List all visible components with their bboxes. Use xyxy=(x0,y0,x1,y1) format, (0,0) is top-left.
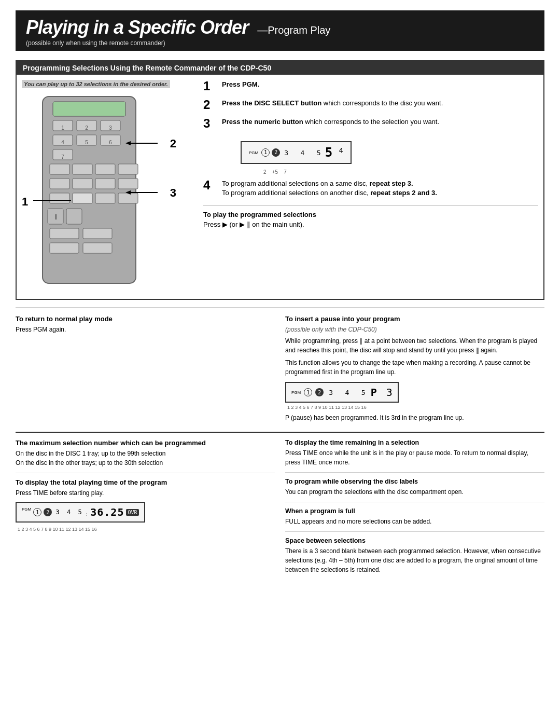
bottom-left: To return to normal play mode Press PGM … xyxy=(16,315,275,422)
time-pgm: PGM xyxy=(22,507,31,512)
footer-block-3-title: Space between selections xyxy=(285,537,544,544)
step-1: 1 Press PGM. xyxy=(203,80,538,92)
time-circle-2: 2 xyxy=(44,508,52,516)
footer-block-0-body: Press TIME once while the unit is in the… xyxy=(285,448,544,467)
pause-body1: While programming, press ‖ at a point be… xyxy=(285,336,544,355)
time-value: 36.25 xyxy=(90,506,124,518)
step-4-num: 4 xyxy=(203,179,218,191)
return-title: To return to normal play mode xyxy=(16,315,275,323)
play-section-body: Press ▶ (or ▶ ‖ on the main unit). xyxy=(203,221,538,228)
pause-circle-2: 2 xyxy=(315,388,324,396)
bottom-section: To return to normal play mode Press PGM … xyxy=(16,307,544,422)
footer-block-0-title: To display the time remaining in a selec… xyxy=(285,439,544,446)
pause-display-box: PGM 1 2 3 4 5 P 3 xyxy=(285,382,399,403)
footer-block-1-body: You can program the selections with the … xyxy=(285,487,544,497)
step-3-text: Press the numeric button which correspon… xyxy=(222,117,439,127)
pause-note: (possible only with the CDP-C50) xyxy=(285,325,544,334)
footer-block-2: When a program is full FULL appears and … xyxy=(285,507,544,526)
step-4: 4 To program additional selections on a … xyxy=(203,179,538,198)
pause-body2: This function allows you to change the t… xyxy=(285,358,544,377)
subtitle-prog: —Program Play xyxy=(257,24,330,36)
step-4-text: To program additional selections on a sa… xyxy=(222,179,437,198)
footer-right: To display the time remaining in a selec… xyxy=(285,439,544,580)
section-box-title: Programming Selections Using the Remote … xyxy=(17,61,543,75)
play-section: To play the programmed selections Press … xyxy=(203,205,538,228)
time-sub-numbers: 1 2 3 4 5 6 7 8 9 10 11 12 13 14 15 16 xyxy=(18,527,275,532)
page-title: Playing in a Specific Order xyxy=(26,17,253,38)
time-nums: 3 4 5 xyxy=(55,509,82,516)
total-body: Press TIME before starting play. xyxy=(16,488,275,498)
divider-1 xyxy=(16,473,275,473)
remote-schematic-area: ‖ 1 2 3 4 5 6 7 xyxy=(22,91,177,294)
divider-3 xyxy=(285,502,544,502)
time-circle-1: 1 xyxy=(33,508,41,516)
display-big-5: 5 xyxy=(325,145,332,160)
display-box-1: PGM 1 2 3 4 5 5 4 xyxy=(241,141,352,164)
footer-block-2-title: When a program is full xyxy=(285,507,544,515)
step-3: 3 Press the numeric button which corresp… xyxy=(203,117,538,130)
label-3: 3 xyxy=(170,186,176,200)
display-circle-2: 2 xyxy=(272,148,280,157)
step-3-num: 3 xyxy=(203,117,218,130)
time-display-box: PGM 1 2 3 4 5 : 36.25 OVR xyxy=(16,502,145,523)
right-col: 1 Press PGM. 2 Press the DISC SELECT but… xyxy=(198,80,538,294)
step-1-num: 1 xyxy=(203,80,218,92)
step-2: 2 Press the DISC SELECT button which cor… xyxy=(203,99,538,111)
pause-sub-numbers: 1 2 3 4 5 6 7 8 9 10 11 12 13 14 15 16 xyxy=(287,405,544,410)
footer-block-0: To display the time remaining in a selec… xyxy=(285,439,544,467)
step-2-text: Press the DISC SELECT button which corre… xyxy=(222,99,443,108)
svg-marker-37 xyxy=(125,141,131,145)
header-note: (possible only when using the remote com… xyxy=(26,39,534,47)
display-box-1-wrapper: PGM 1 2 3 4 5 5 4 2 +5 7 xyxy=(222,136,538,175)
footer-block-1-title: To program while observing the disc labe… xyxy=(285,478,544,485)
pause-num: 3 xyxy=(380,386,393,399)
footer-block-2-body: FULL appears and no more selections can … xyxy=(285,517,544,526)
display-circle-1: 1 xyxy=(261,148,270,157)
divider-4 xyxy=(285,531,544,532)
footer-block-1: To program while observing the disc labe… xyxy=(285,478,544,497)
page: Playing in a Specific Order —Program Pla… xyxy=(0,0,560,728)
return-body: Press PGM again. xyxy=(16,325,275,334)
pause-display-pgm: PGM xyxy=(291,390,301,395)
time-sub-l: : xyxy=(86,512,88,517)
arrows-svg xyxy=(22,91,177,294)
max-body: On the disc in the DISC 1 tray; up to th… xyxy=(16,449,275,468)
display-pgm-label: PGM xyxy=(249,150,258,155)
divider-2 xyxy=(285,472,544,473)
remote-caption: You can play up to 32 selections in the … xyxy=(22,80,170,88)
main-section-box: Programming Selections Using the Remote … xyxy=(16,60,544,300)
footer-left: The maximum selection number which can b… xyxy=(16,439,275,580)
pause-display-nums: 3 4 5 xyxy=(329,389,365,396)
pause-circle-1: 1 xyxy=(304,388,312,396)
footer-block-3-body: There is a 3 second blank between each p… xyxy=(285,546,544,574)
section-box-content: You can play up to 32 selections in the … xyxy=(17,75,543,299)
display-nums: 3 4 5 xyxy=(284,149,320,157)
display-small-4: 4 xyxy=(334,146,343,155)
bottom-right: To insert a pause into your program (pos… xyxy=(285,315,544,422)
display-sub-1: 2 +5 7 xyxy=(263,169,538,175)
label-2: 2 xyxy=(170,137,176,150)
title-text: Playing in a Specific Order xyxy=(26,17,248,38)
step-1-text: Press PGM. xyxy=(222,80,259,89)
left-col: You can play up to 32 selections in the … xyxy=(22,80,188,294)
max-title: The maximum selection number which can b… xyxy=(16,439,275,447)
footer-block-3: Space between selections There is a 3 se… xyxy=(285,537,544,574)
pause-title: To insert a pause into your program xyxy=(285,315,544,323)
step-2-num: 2 xyxy=(203,99,218,111)
page-header: Playing in a Specific Order —Program Pla… xyxy=(16,10,544,51)
pause-note2: P (pause) has been programmed. It is 3rd… xyxy=(285,413,544,422)
ovr-badge: OVR xyxy=(126,509,138,516)
footer-section: The maximum selection number which can b… xyxy=(16,432,544,580)
svg-marker-39 xyxy=(125,190,131,195)
play-section-title: To play the programmed selections xyxy=(203,211,538,218)
pause-p: P xyxy=(371,386,377,399)
total-title: To display the total playing time of the… xyxy=(16,478,275,486)
